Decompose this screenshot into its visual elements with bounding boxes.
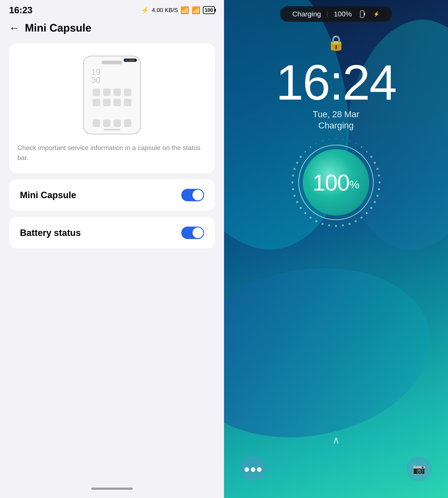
status-bar: 16:23 ⚡ 4.00 KB/S 📶 📶 100 — [0, 0, 224, 17]
battery-status-knob — [192, 227, 203, 238]
preview-card: 19 30 — [9, 43, 215, 173]
ring-dot — [322, 140, 323, 142]
phone-notch — [102, 61, 122, 64]
ring-dot — [376, 168, 379, 170]
battery-status-label: Battery status — [20, 228, 81, 238]
preview-description: Check important service information in a… — [17, 143, 207, 163]
mini-capsule-knob — [192, 190, 203, 200]
bg-wave-3 — [224, 249, 444, 456]
app-icon-8 — [124, 99, 131, 106]
lockscreen-date: Tue, 28 Mar — [276, 109, 396, 119]
app-icon-6 — [103, 99, 111, 106]
ring-dot — [305, 151, 306, 152]
mini-capsule-toggle-card: Mini Capsule — [9, 179, 215, 211]
ring-dot — [296, 162, 298, 164]
battery-circle-outer: 100% — [297, 143, 375, 222]
battery-status-toggle-card: Battery status — [9, 217, 215, 249]
battery-percent-value: 100 — [313, 169, 350, 196]
ring-dot — [292, 175, 294, 177]
app-icon-4 — [124, 88, 131, 96]
ring-dot — [374, 201, 376, 203]
ring-dot — [315, 220, 317, 222]
ring-dot — [300, 156, 302, 158]
camera-icon: 📷 — [413, 463, 425, 475]
status-icons: ⚡ 4.00 KB/S 📶 📶 100 — [141, 6, 215, 14]
lockscreen-left-button[interactable]: ●●● — [240, 457, 266, 481]
ring-dot — [370, 207, 372, 209]
ring-dot — [349, 140, 350, 142]
charging-divider — [327, 11, 328, 17]
phone-capsule — [124, 59, 137, 62]
bottom-bar — [0, 483, 224, 494]
right-panel: Charging 100% ⚡ 🔒 16:24 Tue, 28 Mar Char… — [224, 0, 448, 498]
ring-dot — [378, 175, 380, 177]
phone-home-bar — [104, 129, 120, 130]
page-title: Mini Capsule — [25, 22, 92, 34]
lock-icon: 🔒 — [327, 34, 345, 51]
charging-percent: 100% — [334, 10, 352, 18]
battery-status-toggle[interactable] — [181, 227, 204, 239]
app-icon-1 — [93, 88, 100, 96]
network-speed: 4.00 KB/S — [152, 7, 178, 14]
home-indicator — [91, 488, 133, 490]
wifi-icon: 📶 — [180, 6, 189, 14]
left-panel: 16:23 ⚡ 4.00 KB/S 📶 📶 100 ← Mini Capsule — [0, 0, 224, 498]
charging-pill: Charging 100% ⚡ — [280, 6, 392, 22]
bg-wave-1 — [224, 0, 392, 272]
app-icon-7 — [113, 99, 121, 106]
ring-dot — [296, 201, 298, 203]
ring-dot — [309, 217, 312, 219]
mini-capsule-toggle[interactable] — [181, 189, 204, 201]
phone-app-grid — [93, 88, 131, 106]
dock-icon-1 — [93, 119, 100, 127]
battery-circle-inner: 100% — [303, 149, 369, 216]
lockscreen-topbar: Charging 100% ⚡ — [224, 0, 448, 22]
ring-dot — [316, 143, 317, 144]
ring-dot — [366, 212, 368, 214]
phone-dock — [93, 119, 131, 127]
ring-dot — [355, 143, 356, 144]
lockscreen-right-button[interactable]: 📷 — [406, 457, 432, 481]
battery-circle-container: 100% — [297, 143, 375, 222]
app-icon-2 — [103, 88, 111, 96]
ring-dot — [378, 188, 380, 190]
ring-dot — [366, 151, 367, 152]
ring-dot — [293, 195, 296, 197]
header: ← Mini Capsule — [0, 17, 224, 39]
lockscreen-battery-icon — [360, 10, 364, 18]
ring-dot — [355, 220, 357, 222]
ring-dot — [374, 162, 376, 164]
ring-dot — [342, 224, 344, 226]
ring-dot — [300, 207, 302, 209]
battery-percent-symbol: % — [350, 178, 359, 191]
ring-dot — [376, 195, 379, 197]
ring-dot — [329, 139, 330, 140]
swipe-up-arrow: ∧ — [332, 434, 340, 446]
battery-indicator: 100 — [203, 6, 215, 14]
phone-mockup: 19 30 — [83, 56, 141, 134]
status-time: 16:23 — [9, 5, 32, 15]
back-button[interactable]: ← — [9, 22, 19, 33]
lightning-icon: ⚡ — [373, 11, 380, 17]
dock-icon-2 — [103, 119, 111, 127]
capsule-dot — [126, 59, 127, 61]
phone-time-h2: 30 — [91, 76, 101, 84]
ring-dot — [304, 212, 306, 214]
lockscreen-charging-status: Charging — [276, 120, 396, 131]
ring-dot — [310, 147, 311, 148]
ring-dot — [342, 139, 343, 140]
ring-dot — [361, 147, 362, 148]
lock-icon-container: 🔒 — [327, 34, 345, 51]
ring-dot — [360, 217, 363, 219]
signal-icon: 📶 — [192, 6, 200, 14]
ring-dot — [370, 156, 372, 158]
bluetooth-icon: ⚡ — [141, 6, 149, 14]
bottom-buttons: ●●● 📷 — [224, 457, 448, 481]
ring-dot — [292, 188, 294, 190]
ring-dot — [321, 223, 323, 225]
ring-dot — [379, 181, 381, 183]
ring-dot — [291, 181, 293, 183]
ring-dot — [293, 168, 296, 170]
mini-capsule-label: Mini Capsule — [20, 190, 76, 200]
ring-dot — [349, 223, 351, 225]
